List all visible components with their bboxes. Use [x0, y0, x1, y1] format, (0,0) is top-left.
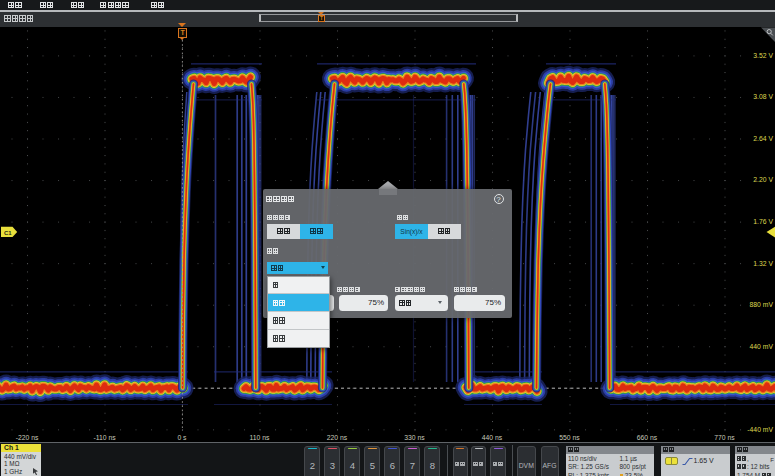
svg-text:3.52 V: 3.52 V — [753, 52, 773, 59]
svg-text:1.32 V: 1.32 V — [753, 260, 773, 267]
svg-text:110 ns: 110 ns — [250, 434, 271, 441]
svg-text:220 ns: 220 ns — [327, 434, 348, 441]
svg-text:2.64 V: 2.64 V — [753, 135, 773, 142]
svg-text:330 ns: 330 ns — [404, 434, 425, 441]
svg-text:0 s: 0 s — [177, 434, 187, 441]
svg-text:440 mV: 440 mV — [750, 343, 774, 350]
svg-text:C1: C1 — [4, 230, 12, 236]
svg-text:-110 ns: -110 ns — [93, 434, 116, 441]
svg-text:660 ns: 660 ns — [637, 434, 658, 441]
svg-text:1.76 V: 1.76 V — [753, 218, 773, 225]
svg-text:440 ns: 440 ns — [482, 434, 503, 441]
svg-text:770 ns: 770 ns — [714, 434, 735, 441]
svg-text:880 mV: 880 mV — [750, 301, 774, 308]
svg-text:550 ns: 550 ns — [559, 434, 580, 441]
svg-text:3.08 V: 3.08 V — [753, 93, 773, 100]
svg-text:-220 ns: -220 ns — [16, 434, 39, 441]
svg-text:-440 mV: -440 mV — [747, 426, 773, 433]
svg-text:2.20 V: 2.20 V — [753, 176, 773, 183]
